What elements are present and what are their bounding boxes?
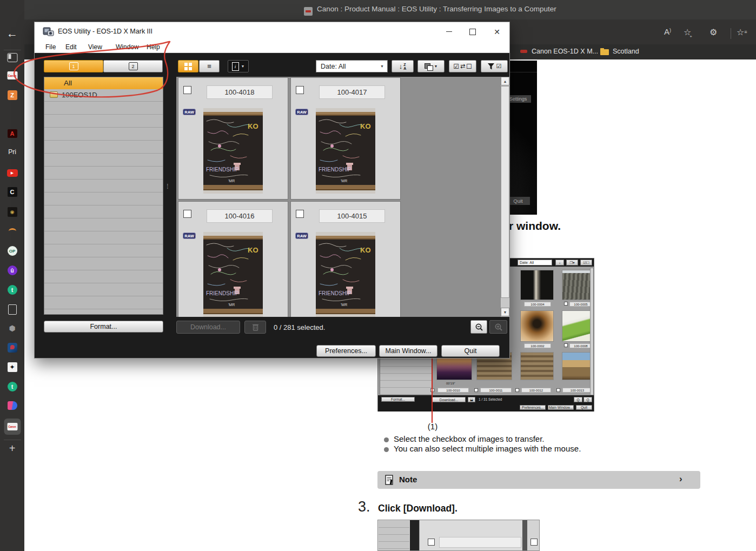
info-view-button[interactable]: i ▼ [228,60,249,72]
thumb-cell[interactable]: 100-4016 RAW [178,201,288,317]
splitter-handle[interactable]: ⁞ [167,184,171,200]
sort-za-icon: ZA [403,63,406,70]
thumb-cell[interactable]: 100-4018 RAW [178,77,288,200]
teal-t-tab-icon[interactable]: t [8,285,17,295]
mini-thumb-label: 100-0008 [569,343,592,348]
camera-tab-icon[interactable]: ◉ [8,207,17,217]
photo-app-tab-icon[interactable] [8,343,17,353]
tab-folder-2[interactable]: 2 [103,60,163,72]
compass-tab-icon[interactable]: ✦ [8,362,17,372]
thumb-label: 100-4015 [319,209,385,223]
z-tab-icon[interactable]: Z [8,90,17,100]
zoom-out-button[interactable] [470,320,487,334]
main-window-button[interactable]: Main Window... [379,345,437,357]
empty-box-icon: ☐ [466,63,472,70]
trash-button[interactable] [244,321,266,334]
mini-duration: 00'19" [446,382,455,385]
checkmark-swap-button[interactable]: ☑⇄☐ [449,60,476,72]
menu-window[interactable]: Window [116,43,139,51]
minimize-button[interactable] [437,22,461,41]
teal-t-tab-icon-2[interactable]: t [8,382,17,391]
tree-item-folder[interactable]: 100EOS1D [44,89,163,102]
zoom-in-button[interactable] [489,320,507,334]
scroll-up-button[interactable]: ▲ [501,77,509,85]
apple-tab-icon[interactable]: ⬢ [8,323,17,333]
funnel-icon [487,63,495,70]
adobe-tab-icon[interactable]: A [8,129,17,138]
purple-u-tab-icon[interactable]: û [8,265,17,275]
mini-checkbox [556,388,560,392]
raw-badge: RAW [183,233,196,239]
format-button[interactable]: Format... [44,321,163,333]
active-tab-canon[interactable]: Canon [4,419,21,435]
preferences-button[interactable]: Preferences... [316,345,376,357]
note-bar[interactable]: Note › [377,471,700,489]
maximize-button[interactable] [461,22,485,41]
wing-shield-tab-icon[interactable] [8,401,17,410]
menu-edit[interactable]: Edit [65,43,77,51]
raw-badge: RAW [295,233,308,239]
info-icon: i [232,62,239,71]
bookmark-scotland[interactable]: Scotland [613,48,639,55]
thumb-checkbox[interactable] [183,210,191,218]
thumb-cell[interactable]: 100-4015 RAW [290,201,401,317]
menu-view[interactable]: View [88,43,102,51]
browser-essentials-icon[interactable]: ⚙ [709,27,722,40]
mini-thumb-label: 100-0002 [524,343,551,348]
bookmark-canon[interactable]: Canon EOS-1D X M... [532,48,598,55]
mini-sort-button: ↓ [555,260,564,265]
callout-line [432,357,433,423]
grid-scrollbar[interactable]: ▲ ▼ [501,77,509,317]
c-tab-icon[interactable]: C [8,187,17,197]
quit-button[interactable]: Quit [441,345,500,357]
shot-checkbox-2 [530,539,538,546]
thumb-cell[interactable]: 100-4017 RAW [290,77,401,200]
grid-view-button[interactable] [178,60,198,72]
step-text: Click [Download]. [378,503,457,514]
filter-button[interactable]: ☑ [481,60,508,72]
raw-badge: RAW [183,109,196,115]
list-view-button[interactable]: ≡ [199,60,220,72]
menu-help[interactable]: Help [147,43,160,51]
menu-file[interactable]: File [45,43,56,51]
bullet-text: Select the checkbox of images to transfe… [394,434,544,443]
favorites-bar-icon[interactable]: ☆≡ [737,27,751,40]
thumb-checkbox[interactable] [183,86,191,94]
youtube-tab-icon[interactable]: ▶ [7,169,18,177]
thumb-label: 100-4016 [207,209,273,223]
thumb-checkbox[interactable] [296,86,304,94]
tree-item-all[interactable]: All [44,77,163,89]
sort-button[interactable]: ↓ ZA [392,60,414,72]
tab-preview-icon[interactable] [7,53,17,62]
canon-tab-icon[interactable]: Canon [7,71,17,79]
new-tab-button[interactable]: + [9,442,16,455]
read-aloud-icon[interactable]: A) [664,27,677,40]
mini-main-window-button: Main Window... [548,405,574,410]
shot-label [439,537,521,548]
calendar-1-icon: 1 [69,62,78,70]
back-button[interactable]: ← [6,27,18,40]
mini-scrollbar [590,268,594,395]
mini-selected-status: 1 / 31 Selected [479,397,502,401]
mini-zoom-out-button: Q [574,397,582,402]
collate-button[interactable]: ▼ [417,60,445,72]
scroll-thumb[interactable] [501,86,509,298]
document-tab-icon[interactable] [8,304,17,315]
eos-title-bar[interactable]: EOS Utility - EOS-1D X Mark III ✕ [35,22,509,41]
calendar-2-icon: 2 [129,62,138,70]
pri-tab-label[interactable]: Pri [8,148,16,156]
close-button[interactable]: ✕ [485,22,509,41]
thumb-image [316,232,375,317]
op-tab-icon[interactable]: OP [8,246,17,256]
download-button[interactable]: Download... [176,321,240,334]
add-favorite-icon[interactable]: ☆+ [684,27,697,40]
tab-folder-1[interactable]: 1 [44,60,103,72]
arc-tab-icon[interactable] [9,228,16,234]
date-filter-select[interactable]: Date: All ▼ [316,60,388,72]
scroll-down-button[interactable]: ▼ [501,308,509,316]
swap-arrows-icon: ⇄ [460,63,465,70]
edge-sidebar: ← Canon Z A Pri ▶ C ◉ OP û t ⬢ ✦ t Canon… [0,0,24,551]
thumb-checkbox[interactable] [296,210,304,218]
tree-empty-rows [44,102,163,314]
shot-left-rows [379,521,409,551]
